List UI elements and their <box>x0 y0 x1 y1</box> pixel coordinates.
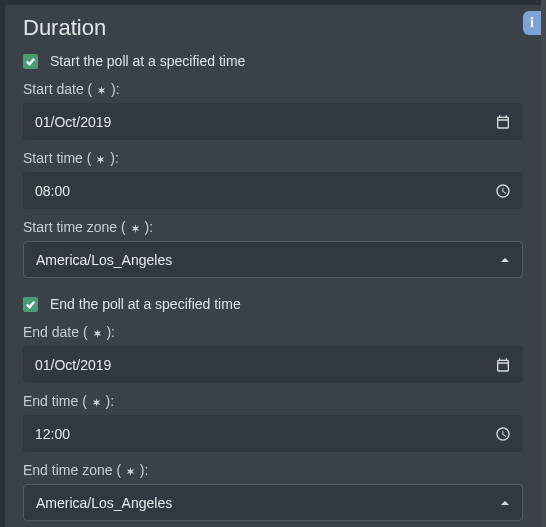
start-timezone-select[interactable]: America/Los_Angeles <box>23 241 523 278</box>
info-icon: i <box>530 15 534 31</box>
clock-icon <box>495 183 511 199</box>
check-icon <box>25 299 36 310</box>
start-date-value: 01/Oct/2019 <box>35 114 111 130</box>
clock-icon <box>495 426 511 442</box>
required-icon <box>130 223 141 234</box>
start-specified-time-checkbox[interactable] <box>23 54 38 69</box>
end-time-label: End time ( ): <box>23 393 523 409</box>
end-specified-time-checkbox[interactable] <box>23 297 38 312</box>
end-timezone-value: America/Los_Angeles <box>36 495 172 511</box>
caret-up-icon <box>500 251 510 269</box>
start-time-label: Start time ( ): <box>23 150 523 166</box>
start-date-label: Start date ( ): <box>23 81 523 97</box>
end-timezone-select[interactable]: America/Los_Angeles <box>23 484 523 521</box>
end-date-label: End date ( ): <box>23 324 523 340</box>
required-icon <box>96 85 107 96</box>
info-badge[interactable]: i <box>523 11 541 35</box>
start-date-input[interactable]: 01/Oct/2019 <box>23 103 523 140</box>
required-icon <box>125 466 136 477</box>
end-time-input[interactable]: 12:00 <box>23 415 523 452</box>
required-icon <box>95 154 106 165</box>
end-date-input[interactable]: 01/Oct/2019 <box>23 346 523 383</box>
scrollbar[interactable] <box>541 0 546 527</box>
end-date-value: 01/Oct/2019 <box>35 357 111 373</box>
start-time-value: 08:00 <box>35 183 70 199</box>
required-icon <box>91 397 102 408</box>
end-timezone-label: End time zone ( ): <box>23 462 523 478</box>
calendar-icon <box>495 114 511 130</box>
check-icon <box>25 56 36 67</box>
required-icon <box>92 328 103 339</box>
calendar-icon <box>495 357 511 373</box>
start-timezone-label: Start time zone ( ): <box>23 219 523 235</box>
end-time-value: 12:00 <box>35 426 70 442</box>
caret-up-icon <box>500 494 510 512</box>
end-checkbox-label: End the poll at a specified time <box>50 296 241 312</box>
start-time-input[interactable]: 08:00 <box>23 172 523 209</box>
section-title: Duration <box>23 15 523 41</box>
start-checkbox-label: Start the poll at a specified time <box>50 53 245 69</box>
start-timezone-value: America/Los_Angeles <box>36 252 172 268</box>
